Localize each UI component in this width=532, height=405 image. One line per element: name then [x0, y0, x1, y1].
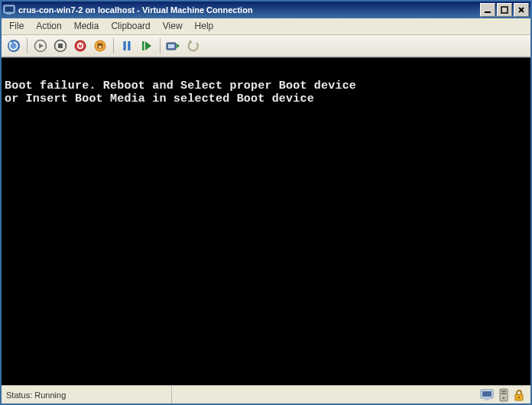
- svg-rect-25: [485, 398, 489, 400]
- status-label: Status: Running: [2, 386, 172, 403]
- svg-rect-3: [485, 11, 491, 13]
- start-button[interactable]: [31, 37, 50, 55]
- svg-rect-24: [482, 391, 491, 397]
- menu-action[interactable]: Action: [30, 18, 67, 34]
- svg-point-31: [518, 396, 520, 397]
- svg-rect-27: [501, 390, 506, 392]
- save-button[interactable]: [91, 37, 109, 55]
- minimize-button[interactable]: [480, 3, 495, 17]
- svg-rect-19: [128, 41, 130, 50]
- ctrl-alt-del-button[interactable]: [5, 37, 23, 55]
- boot-message: Boot failure. Reboot and Select proper B…: [5, 79, 356, 105]
- titlebar: crus-con-win7-2 on localhost - Virtual M…: [2, 2, 530, 18]
- revert-button[interactable]: [184, 37, 203, 55]
- svg-rect-28: [501, 393, 506, 394]
- svg-rect-4: [501, 7, 508, 13]
- menu-help[interactable]: Help: [189, 18, 220, 34]
- menu-file[interactable]: File: [3, 18, 30, 34]
- maximize-button[interactable]: [497, 3, 512, 17]
- status-icons: [480, 388, 530, 402]
- lock-icon: [514, 389, 524, 401]
- svg-rect-22: [168, 44, 174, 48]
- snapshot-button[interactable]: [164, 37, 183, 55]
- vm-connection-window: crus-con-win7-2 on localhost - Virtual M…: [0, 0, 532, 405]
- toolbar-separator: [27, 38, 28, 53]
- display-icon: [480, 389, 494, 401]
- toolbar: [2, 35, 530, 57]
- svg-rect-20: [142, 41, 144, 50]
- menubar: File Action Media Clipboard View Help: [2, 18, 530, 35]
- svg-rect-18: [124, 41, 126, 50]
- svg-rect-13: [79, 43, 81, 46]
- window-title: crus-con-win7-2 on localhost - Virtual M…: [18, 5, 480, 15]
- svg-rect-2: [7, 13, 11, 15]
- menu-clipboard[interactable]: Clipboard: [105, 18, 156, 34]
- svg-rect-17: [99, 46, 102, 48]
- close-button[interactable]: [514, 3, 529, 17]
- menu-media[interactable]: Media: [68, 18, 105, 34]
- turn-off-button[interactable]: [51, 37, 70, 55]
- toolbar-separator: [113, 38, 114, 53]
- svg-rect-9: [58, 44, 63, 48]
- menu-view[interactable]: View: [157, 18, 189, 34]
- reset-button[interactable]: [138, 37, 156, 55]
- window-control-buttons: [480, 3, 529, 17]
- app-icon: [3, 4, 15, 16]
- statusbar: Status: Running: [2, 385, 530, 403]
- vm-display[interactable]: Boot failure. Reboot and Select proper B…: [2, 57, 530, 385]
- svg-point-29: [503, 397, 505, 399]
- svg-rect-1: [5, 7, 13, 11]
- server-icon: [498, 388, 509, 402]
- shutdown-button[interactable]: [71, 37, 89, 55]
- pause-button[interactable]: [118, 37, 136, 55]
- toolbar-separator: [160, 38, 161, 53]
